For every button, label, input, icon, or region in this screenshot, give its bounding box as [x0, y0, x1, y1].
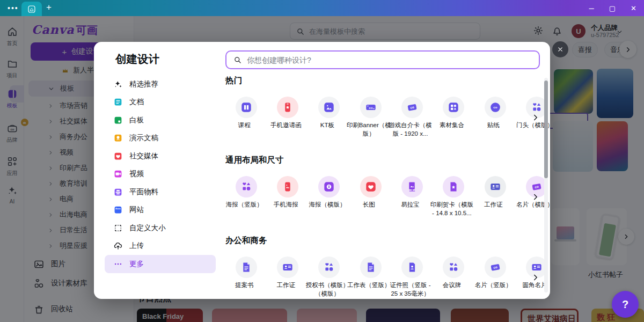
card-co-icon: co: [406, 101, 418, 113]
id-card-icon: [489, 181, 501, 193]
pres-menu-icon: [113, 133, 123, 143]
video-menu-icon: [113, 169, 123, 179]
design-type-手机邀请函[interactable]: 手机邀请函: [267, 97, 308, 138]
design-type-印刷贺卡（横版 - 14.8 x 10.5...[interactable]: 印刷贺卡（横版 - 14.8 x 10.5...: [433, 176, 474, 217]
id-card-icon: [282, 261, 294, 273]
print-menu-icon: [113, 187, 123, 197]
doc-icon: [365, 261, 377, 273]
design-type-工作表（竖版）[interactable]: 工作表（竖版）: [350, 257, 391, 298]
menu-item-演示文稿[interactable]: 演示文稿: [105, 129, 216, 148]
menu-item-平面物料[interactable]: 平面物料: [105, 183, 216, 201]
menu-item-社交媒体[interactable]: 社交媒体: [105, 147, 216, 165]
design-type-KT板[interactable]: KT板: [309, 97, 350, 138]
card-co-icon: co: [489, 261, 501, 273]
rollup-icon: [406, 181, 418, 193]
tab-overflow-menu[interactable]: •••: [8, 4, 19, 12]
design-type-印刷Banner（横版）[interactable]: co印刷Banner（横版）: [350, 97, 391, 138]
menu-item-上传[interactable]: 上传: [105, 237, 216, 255]
design-type-课程[interactable]: 课程: [225, 97, 267, 138]
shapes-icon: [240, 181, 252, 193]
design-type-长图[interactable]: 长图: [350, 176, 391, 217]
menu-item-网站[interactable]: 网站: [105, 201, 216, 219]
book-icon: [240, 101, 252, 113]
star-doc-icon: [448, 181, 459, 193]
menu-item-文档[interactable]: 文档: [105, 93, 216, 112]
dots-icon: [113, 259, 123, 269]
browser-tab-home[interactable]: [21, 2, 42, 16]
section-title: 通用布局和尺寸: [225, 155, 534, 165]
shapes-icon: [448, 261, 459, 273]
close-icon: [557, 46, 564, 53]
design-type-content: 热门课程手机邀请函KT板co印刷Banner（横版）co游戏自介卡（横版 - 1…: [225, 42, 534, 299]
design-type-素材集合[interactable]: 素材集合: [433, 97, 474, 138]
menu-item-精选推荐[interactable]: 精选推荐: [105, 75, 216, 93]
phone-image-icon: [282, 181, 294, 193]
menu-item-白板[interactable]: 白板: [105, 111, 216, 129]
design-type-工作证[interactable]: 工作证: [267, 257, 308, 298]
menu-item-更多[interactable]: 更多: [105, 255, 216, 273]
titlebar: ••• + ─ ▢ ✕: [0, 0, 644, 16]
design-type-会议牌[interactable]: 会议牌: [433, 257, 474, 298]
close-window-button[interactable]: ✕: [631, 4, 636, 12]
section-热门: 热门课程手机邀请函KT板co印刷Banner（横版）co游戏自介卡（横版 - 1…: [225, 75, 534, 138]
help-button[interactable]: ?: [612, 291, 639, 318]
svg-text:co: co: [493, 105, 497, 109]
section-scroll-right-button[interactable]: [531, 273, 540, 282]
window-controls: ─ ▢ ✕: [589, 0, 636, 16]
design-type-名片（竖版）[interactable]: co名片（竖版）: [474, 257, 516, 298]
design-type-易拉宝[interactable]: 易拉宝: [391, 176, 433, 217]
svg-text:co: co: [493, 265, 497, 269]
modal-close-button[interactable]: [552, 41, 568, 57]
create-design-modal: 创建设计 精选推荐文档白板演示文稿社交媒体视频平面物料网站自定义大小上传更多 热…: [94, 42, 550, 299]
doc-icon: [240, 261, 252, 273]
person-doc-icon: [406, 261, 418, 273]
new-tab-button[interactable]: +: [46, 2, 52, 13]
design-type-海报（横版）[interactable]: 海报（横版）: [309, 176, 350, 217]
minimize-button[interactable]: ─: [589, 4, 594, 12]
web-menu-icon: [113, 205, 123, 215]
section-title: 办公和商务: [225, 235, 534, 246]
design-type-授权书（横版）（横版）[interactable]: 授权书（横版）（横版）: [309, 257, 350, 298]
design-type-工作证[interactable]: 工作证: [474, 176, 516, 217]
circle-co-icon: co: [489, 101, 501, 113]
design-type-提案书[interactable]: 提案书: [225, 257, 267, 298]
menu-item-自定义大小[interactable]: 自定义大小: [105, 219, 216, 237]
poster-icon: [323, 181, 335, 193]
design-type-手机海报[interactable]: 手机海报: [267, 176, 308, 217]
menu-item-视频[interactable]: 视频: [105, 165, 216, 184]
design-category-menu: 精选推荐文档白板演示文稿社交媒体视频平面物料网站自定义大小上传更多: [105, 75, 216, 273]
svg-text:co: co: [369, 106, 372, 109]
modal-title: 创建设计: [115, 52, 159, 67]
screen: ••• + ─ ▢ ✕ 首页项目模板co品牌应用AI Canva可画 + 创建设…: [0, 0, 644, 322]
section-通用布局和尺寸: 通用布局和尺寸海报（竖版）手机海报海报（横版）长图易拉宝印刷贺卡（横版 - 14…: [225, 155, 534, 217]
section-办公和商务: 办公和商务提案书工作证授权书（横版）（横版）工作表（竖版）证件照（竖版 - 25…: [225, 235, 534, 298]
design-type-证件照（竖版 - 25 x 35毫米）[interactable]: 证件照（竖版 - 25 x 35毫米）: [391, 257, 433, 298]
dashed-frame-icon: [113, 223, 123, 233]
board-menu-icon: [113, 115, 123, 125]
maximize-button[interactable]: ▢: [609, 4, 616, 12]
modal-scrollbar[interactable]: [544, 80, 548, 178]
cloud-up-icon: [113, 241, 123, 251]
image-tile-icon: [323, 101, 335, 113]
design-type-海报（竖版）[interactable]: 海报（竖版）: [225, 176, 267, 217]
id-card-icon: [531, 261, 543, 273]
doc-menu-icon: [113, 97, 123, 107]
section-title: 热门: [225, 75, 534, 86]
shapes-icon: [323, 261, 335, 273]
section-scroll-right-button[interactable]: [531, 113, 540, 122]
card-co-icon: co: [531, 181, 543, 193]
svg-text:co: co: [410, 105, 415, 109]
grid-tile-icon: [448, 101, 459, 113]
design-type-游戏自介卡（横版 - 1920 x...[interactable]: co游戏自介卡（横版 - 1920 x...: [391, 97, 433, 138]
sparkle-icon: [113, 79, 123, 89]
banner-co-icon: co: [365, 101, 377, 113]
section-scroll-right-button[interactable]: [531, 192, 540, 202]
heart-tile-icon: [365, 181, 377, 193]
phone-star-icon: [282, 101, 294, 113]
home-tab-icon: [27, 5, 36, 13]
svg-text:co: co: [535, 185, 539, 189]
shapes-icon: [531, 101, 543, 113]
heart-menu-icon: [113, 151, 123, 161]
design-type-贴纸[interactable]: co贴纸: [474, 97, 516, 138]
